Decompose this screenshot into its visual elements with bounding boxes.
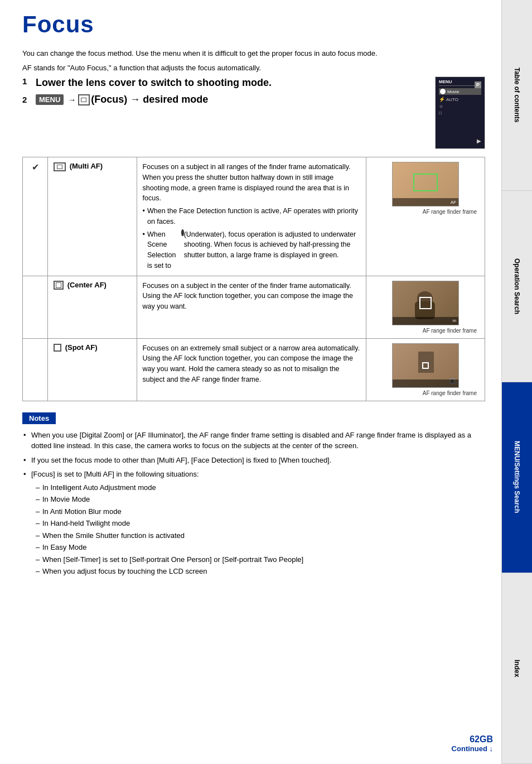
desc-cell-center: Focuses on a subject in the center of th… [137, 276, 366, 338]
img-bottom-bar-spot [393, 379, 458, 387]
sidebar-tab-index[interactable]: Index [501, 573, 532, 764]
intro-paragraph-2: AF stands for "Auto Focus," a function t… [22, 63, 485, 74]
af-image-multi: AF [392, 162, 459, 206]
img-bottom-bar-multi: AF [393, 198, 458, 206]
check-cell-spot [23, 338, 48, 401]
arrow-1: → [68, 95, 76, 104]
check-cell: ✔ [23, 157, 48, 276]
af-frame-label-center: AF range finder frame [372, 328, 479, 334]
sidebar-tab-operation-label: Operation Search [513, 258, 521, 314]
bullet-face-detection: When the Face Detection function is acti… [143, 206, 361, 227]
checkmark-icon: ✔ [32, 162, 39, 172]
steps-section: 1 Lower the lens cover to switch to shoo… [22, 76, 485, 149]
notes-sub-list: In Intelligent Auto Adjustment mode In M… [31, 482, 485, 577]
continued-label: Continued ↓ [452, 744, 493, 753]
img-bottom-bar-center: m [393, 317, 458, 325]
notes-section: Notes When you use [Digital Zoom] or [AF… [22, 412, 485, 577]
intro-paragraph-1: You can change the focus method. Use the… [22, 48, 485, 59]
menu-p-badge: P [475, 81, 481, 88]
sidebar-tab-menu-label: MENU/Settings Search [513, 441, 521, 513]
af-image-center: m [392, 281, 459, 325]
notes-item-1: When you use [Digital Zoom] or [AF Illum… [22, 430, 485, 451]
page-number: 62GB [470, 734, 493, 744]
img-cell-multi: AF AF range finder frame [366, 157, 485, 276]
sidebar-tab-index-label: Index [513, 660, 521, 677]
notes-badge: Notes [22, 412, 56, 424]
center-af-icon [54, 281, 64, 290]
play-icon: ▶ [477, 138, 481, 144]
step-2-number: 2 [22, 95, 31, 104]
img-caption-center: m [453, 318, 457, 323]
img-cell-spot: AF range finder frame [366, 338, 485, 401]
sidebar-tab-toc[interactable]: Table of contents [501, 0, 532, 191]
sidebar-tab-menu[interactable]: MENU/Settings Search [501, 382, 532, 573]
desc-text-multi: Focuses on a subject in all ranges of th… [143, 162, 361, 271]
mode-label-spot: (Spot AF) [65, 343, 98, 352]
check-cell-center [23, 276, 48, 338]
sidebar-tab-operation[interactable]: Operation Search [501, 191, 532, 382]
main-content: Focus You can change the focus method. U… [11, 0, 496, 592]
desc-cell-multi: Focuses on a subject in all ranges of th… [137, 157, 366, 276]
notes-item-3: [Focus] is set to [Multi AF] in the foll… [22, 469, 485, 577]
step-1-text: Lower the lens cover to switch to shooti… [36, 76, 272, 89]
page-title: Focus [22, 11, 485, 38]
sub-item-6: In Easy Mode [31, 542, 485, 553]
step-2-label: (Focus) → desired mode [91, 94, 208, 105]
spot-af-icon [54, 344, 61, 352]
sub-item-7: When [Self-Timer] is set to [Self-portra… [31, 554, 485, 565]
img-cell-center: m AF range finder frame [366, 276, 485, 338]
mode-label-center: (Center AF) [67, 281, 107, 289]
notes-list: When you use [Digital Zoom] or [AF Illum… [22, 430, 485, 577]
sub-item-2: In Movie Mode [31, 494, 485, 505]
table-row: ✔ (Multi AF) Focuses on a subject in all… [23, 157, 485, 276]
underwater-icon [181, 229, 183, 236]
desc-text-center: Focuses on a subject in the center of th… [143, 281, 361, 312]
multi-af-icon [54, 162, 66, 171]
af-frame-label-spot: AF range finder frame [372, 390, 479, 396]
sub-item-5: When the Smile Shutter function is activ… [31, 530, 485, 541]
mode-label-multi: (Multi AF) [70, 162, 103, 170]
mode-cell-spot: (Spot AF) [48, 338, 137, 401]
img-caption-multi: AF [451, 200, 456, 205]
mode-cell-center: (Center AF) [48, 276, 137, 338]
desc-cell-spot: Focuses on an extremely small subject or… [137, 338, 366, 401]
sub-item-3: In Anti Motion Blur mode [31, 506, 485, 517]
sub-item-8: When you adjust focus by touching the LC… [31, 566, 485, 577]
mode-cell-multi: (Multi AF) [48, 157, 137, 276]
desc-text-spot: Focuses on an extremely small subject or… [143, 343, 361, 385]
steps-left: 1 Lower the lens cover to switch to shoo… [22, 76, 424, 111]
step-2-row: 2 MENU → (Focus) → desired mode [22, 94, 424, 105]
step-1-row: 1 Lower the lens cover to switch to shoo… [22, 76, 424, 89]
right-sidebar: Table of contents Operation Search MENU/… [501, 0, 532, 764]
af-frame-label-multi: AF range finder frame [372, 209, 479, 215]
notes-item-2: If you set the focus mode to other than … [22, 455, 485, 466]
table-row: (Center AF) Focuses on a subject in the … [23, 276, 485, 338]
page-footer: 62GB Continued ↓ [452, 734, 493, 753]
table-row: (Spot AF) Focuses on an extremely small … [23, 338, 485, 401]
sub-item-4: In Hand-held Twilight mode [31, 518, 485, 529]
bullet-underwater: When Scene Selection is set to (Underwat… [143, 229, 361, 271]
af-image-spot [392, 343, 459, 388]
menu-screen-mockup: MENU Movie ⚡ AUTO ☺ □ P ▶ [435, 76, 485, 149]
menu-badge: MENU [36, 94, 64, 105]
focus-icon [78, 94, 90, 105]
af-modes-table: ✔ (Multi AF) Focuses on a subject in all… [22, 157, 485, 401]
sidebar-tab-toc-label: Table of contents [513, 68, 521, 122]
step-1-number: 1 [22, 76, 31, 86]
sub-item-1: In Intelligent Auto Adjustment mode [31, 482, 485, 493]
